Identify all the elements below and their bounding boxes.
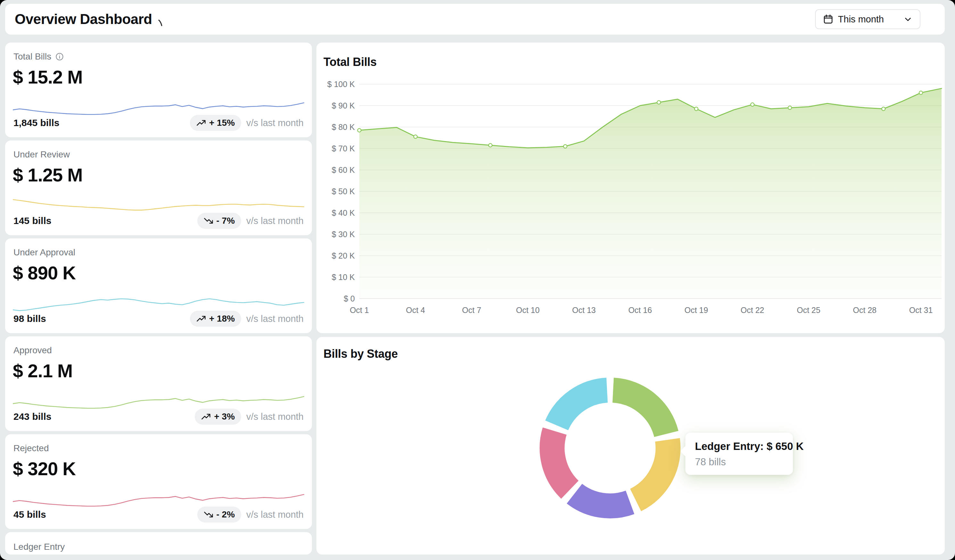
compare-label: v/s last month (246, 118, 304, 128)
svg-text:Oct 22: Oct 22 (741, 306, 764, 315)
delta-badge: - 2% (197, 507, 241, 523)
svg-text:Oct 25: Oct 25 (797, 306, 820, 315)
delta-value: - 2% (216, 509, 235, 520)
kpi-value: $ 2.1 M (13, 360, 312, 381)
svg-text:Oct 28: Oct 28 (853, 306, 877, 315)
chevron-down-icon (884, 14, 913, 24)
kpi-value: $ 890 K (13, 262, 312, 284)
svg-text:Oct 19: Oct 19 (684, 306, 708, 315)
total-bills-chart-card: Total Bills $ 0$ 10 K$ 20 K$ 30 K$ 40 K$… (316, 42, 945, 333)
mouse-cursor (158, 19, 164, 28)
tooltip-title: Ledger Entry: $ 650 K (695, 440, 784, 452)
kpi-value: $ 320 K (13, 458, 312, 479)
svg-text:$ 0: $ 0 (344, 294, 355, 303)
trending-up-icon (196, 315, 206, 323)
delta-value: - 7% (216, 216, 235, 226)
delta-value: + 3% (214, 412, 235, 422)
bills-by-stage-card: Bills by Stage Ledger Entry: $ 650 K 78 … (316, 337, 945, 555)
page-title: Overview Dashboard (15, 11, 152, 27)
header-bar: Overview Dashboard This month (5, 4, 945, 34)
total-bills-area-chart[interactable]: $ 0$ 10 K$ 20 K$ 30 K$ 40 K$ 50 K$ 60 K$… (316, 42, 945, 333)
delta-badge: - 7% (197, 213, 241, 229)
svg-text:$ 20 K: $ 20 K (332, 251, 355, 260)
svg-text:$ 90 K: $ 90 K (332, 101, 355, 110)
date-range-selector[interactable]: This month (815, 9, 921, 29)
info-icon[interactable] (55, 52, 64, 61)
svg-text:Oct 4: Oct 4 (406, 306, 425, 315)
kpi-label: Ledger Entry (13, 542, 65, 552)
kpi-bill-count: 243 bills (13, 411, 51, 422)
trending-down-icon (204, 217, 213, 225)
tooltip-subtitle: 78 bills (695, 456, 784, 468)
svg-text:Oct 10: Oct 10 (516, 306, 540, 315)
svg-text:$ 60 K: $ 60 K (332, 165, 355, 175)
kpi-label: Under Review (13, 150, 70, 160)
kpi-card-total-bills[interactable]: Total Bills $ 15.2 M 1,845 bills + 15% v… (5, 42, 312, 137)
compare-label: v/s last month (246, 509, 304, 520)
compare-label: v/s last month (246, 216, 304, 226)
kpi-value: $ 15.2 M (13, 66, 312, 88)
kpi-value: $ 1.25 M (13, 164, 312, 186)
delta-value: + 18% (209, 314, 235, 324)
kpi-card-approved[interactable]: Approved $ 2.1 M 243 bills + 3% v/s last… (5, 336, 312, 431)
svg-text:Oct 16: Oct 16 (628, 306, 652, 315)
kpi-card-ledger-entry[interactable]: Ledger Entry (5, 532, 312, 555)
svg-text:Oct 13: Oct 13 (572, 306, 596, 315)
delta-badge: + 15% (190, 115, 241, 131)
svg-text:$ 10 K: $ 10 K (332, 273, 355, 282)
kpi-label: Approved (13, 345, 52, 356)
svg-text:$ 40 K: $ 40 K (332, 208, 355, 217)
dashboard-screen: Overview Dashboard This month Total Bill… (0, 0, 955, 560)
trending-up-icon (201, 412, 211, 421)
trending-down-icon (204, 510, 213, 519)
bills-by-stage-donut-chart[interactable] (316, 337, 945, 555)
kpi-bill-count: 1,845 bills (13, 117, 59, 128)
delta-value: + 15% (209, 118, 235, 128)
svg-text:Oct 1: Oct 1 (350, 306, 369, 315)
svg-text:$ 30 K: $ 30 K (332, 230, 355, 239)
kpi-bill-count: 98 bills (13, 313, 46, 324)
chart-title: Bills by Stage (324, 347, 398, 360)
donut-tooltip: Ledger Entry: $ 650 K 78 bills (685, 433, 793, 475)
kpi-card-under-review[interactable]: Under Review $ 1.25 M 145 bills - 7% v/s… (5, 140, 312, 235)
kpi-card-rejected[interactable]: Rejected $ 320 K 45 bills - 2% v/s last … (5, 434, 312, 529)
kpi-label: Under Approval (13, 247, 75, 257)
svg-text:$ 50 K: $ 50 K (332, 187, 355, 196)
compare-label: v/s last month (246, 412, 304, 422)
svg-text:Oct 7: Oct 7 (462, 306, 481, 315)
kpi-card-under-approval[interactable]: Under Approval $ 890 K 98 bills + 18% v/… (5, 239, 312, 333)
kpi-label: Rejected (13, 443, 49, 454)
chart-title: Total Bills (324, 55, 377, 69)
trending-up-icon (196, 119, 206, 127)
kpi-bill-count: 45 bills (13, 509, 46, 520)
svg-text:$ 80 K: $ 80 K (332, 123, 355, 131)
delta-badge: + 3% (195, 409, 241, 425)
svg-text:$ 70 K: $ 70 K (332, 144, 355, 153)
delta-badge: + 18% (190, 311, 241, 327)
calendar-icon (823, 14, 834, 25)
svg-text:Oct 31: Oct 31 (909, 306, 933, 315)
svg-text:$ 100 K: $ 100 K (327, 80, 355, 89)
kpi-label: Total Bills (13, 51, 51, 62)
kpi-bill-count: 145 bills (13, 215, 51, 226)
compare-label: v/s last month (246, 314, 304, 324)
date-range-label: This month (838, 14, 884, 25)
